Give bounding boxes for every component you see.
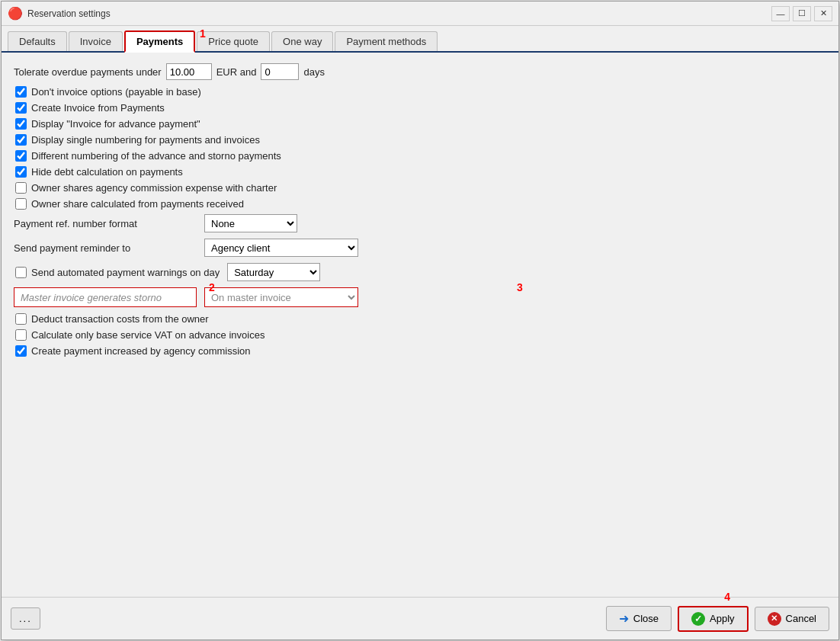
payment-ref-label: Payment ref. number format — [14, 218, 197, 229]
payment-ref-row: Payment ref. number format None Sequenti… — [14, 214, 826, 232]
reservation-settings-window: 🔴 Reservation settings — ☐ ✕ 1 Defaults … — [1, 1, 839, 640]
checkbox-row-cb1: Don't invoice options (payable in base) — [14, 86, 826, 98]
cb-warnings-checkbox[interactable] — [15, 267, 27, 278]
cb2-checkbox[interactable] — [15, 102, 27, 114]
cb7-label: Owner shares agency commission expense w… — [31, 182, 277, 194]
tabs-bar: Defaults Invoice Payments Price quote On… — [2, 26, 838, 53]
checkbox-row-cb3: Display "Invoice for advance payment" — [14, 118, 826, 130]
master-invoice-select[interactable]: On master invoice On advance invoice Nev… — [205, 288, 357, 306]
apply-check-icon: ✓ — [691, 612, 705, 626]
send-warnings-label: Send automated payment warnings on day — [31, 267, 220, 278]
close-window-button[interactable]: ✕ — [814, 6, 832, 21]
master-invoice-select-wrapper: On master invoice On advance invoice Nev… — [204, 287, 358, 307]
footer: ... 4 ➜ Close ✓ Apply ✕ Cancel — [2, 597, 838, 639]
tolerate-row: Tolerate overdue payments under EUR and … — [14, 63, 826, 80]
tab-price-quote[interactable]: Price quote — [197, 31, 270, 51]
annotation-1: 1 — [200, 27, 206, 40]
send-warnings-select[interactable]: Monday Tuesday Wednesday Thursday Friday… — [228, 264, 319, 280]
tabs-wrapper: 1 Defaults Invoice Payments Price quote … — [2, 26, 838, 53]
send-warnings-select-wrapper: Monday Tuesday Wednesday Thursday Friday… — [227, 263, 320, 281]
checkbox-row-cb7: Owner shares agency commission expense w… — [14, 182, 826, 194]
checkbox-row-cb11: Create payment increased by agency commi… — [14, 345, 826, 357]
cb9-label: Deduct transaction costs from the owner — [31, 313, 209, 325]
apply-button[interactable]: ✓ Apply — [678, 606, 749, 632]
cb2-label: Create Invoice from Payments — [31, 102, 165, 114]
tolerate-days-input[interactable] — [261, 63, 299, 80]
title-bar-controls: — ☐ ✕ — [771, 6, 832, 21]
footer-right: 4 ➜ Close ✓ Apply ✕ Cancel — [606, 606, 829, 632]
send-warnings-row: Send automated payment warnings on day M… — [14, 263, 826, 281]
checkbox-row-cb2: Create Invoice from Payments — [14, 102, 826, 114]
minimize-button[interactable]: — — [771, 6, 790, 21]
tab-one-way[interactable]: One way — [271, 31, 333, 51]
cb5-label: Different numbering of the advance and s… — [31, 150, 281, 162]
title-bar: 🔴 Reservation settings — ☐ ✕ — [2, 2, 838, 26]
annotation-4: 4 — [724, 591, 730, 603]
dots-label: ... — [19, 613, 32, 624]
eur-label: EUR and — [216, 66, 257, 78]
cb1-label: Don't invoice options (payable in base) — [31, 86, 201, 98]
checkbox-row-cb9: Deduct transaction costs from the owner — [14, 313, 826, 325]
send-reminder-label: Send payment reminder to — [14, 242, 197, 254]
checkbox-row-cb5: Different numbering of the advance and s… — [14, 150, 826, 162]
cb3-label: Display "Invoice for advance payment" — [31, 118, 200, 130]
cb1-checkbox[interactable] — [15, 86, 27, 98]
cb11-label: Create payment increased by agency commi… — [31, 345, 251, 357]
cancel-x-icon: ✕ — [768, 612, 781, 626]
checkbox-row-cb10: Calculate only base service VAT on advan… — [14, 329, 826, 341]
cb6-label: Hide debt calculation on payments — [31, 166, 183, 178]
restore-button[interactable]: ☐ — [793, 6, 811, 21]
app-icon: 🔴 — [8, 6, 23, 21]
checkbox-row-cb8: Owner share calculated from payments rec… — [14, 198, 826, 210]
cb4-checkbox[interactable] — [15, 134, 27, 146]
window-title: Reservation settings — [27, 8, 111, 19]
close-button[interactable]: ➜ Close — [606, 606, 672, 631]
content-area: Tolerate overdue payments under EUR and … — [2, 53, 838, 597]
cb-warnings-wrapper: Send automated payment warnings on day — [14, 267, 220, 278]
tolerate-label: Tolerate overdue payments under — [14, 66, 162, 78]
payment-ref-select-wrapper: None Sequential Custom — [204, 214, 297, 232]
annotation-3: 3 — [517, 281, 523, 293]
cancel-label: Cancel — [786, 613, 816, 624]
tab-invoice[interactable]: Invoice — [69, 31, 123, 51]
send-reminder-row: Send payment reminder to Agency client C… — [14, 239, 826, 257]
tab-payments[interactable]: Payments — [124, 30, 195, 53]
send-reminder-select[interactable]: Agency client Client Agency — [205, 239, 357, 256]
title-bar-left: 🔴 Reservation settings — [8, 6, 111, 21]
payment-ref-select[interactable]: None Sequential Custom — [205, 215, 297, 232]
send-reminder-select-wrapper: Agency client Client Agency — [204, 239, 358, 257]
cb9-checkbox[interactable] — [15, 313, 27, 325]
close-arrow-icon: ➜ — [619, 611, 629, 626]
days-label: days — [303, 66, 324, 78]
footer-left: ... — [11, 607, 40, 630]
cb5-checkbox[interactable] — [15, 150, 27, 162]
annotation-2: 2 — [209, 281, 215, 293]
tab-payment-methods[interactable]: Payment methods — [335, 31, 438, 51]
cb7-checkbox[interactable] — [15, 182, 27, 194]
cancel-button[interactable]: ✕ Cancel — [755, 607, 829, 631]
master-invoice-label: Master invoice generates storno — [14, 287, 197, 307]
master-invoice-row: Master invoice generates storno 2 On mas… — [14, 287, 826, 307]
cb6-checkbox[interactable] — [15, 166, 27, 178]
cb10-label: Calculate only base service VAT on advan… — [31, 329, 265, 341]
tolerate-amount-input[interactable] — [166, 63, 212, 80]
cb4-label: Display single numbering for payments an… — [31, 134, 260, 146]
cb11-checkbox[interactable] — [15, 345, 27, 357]
cb8-label: Owner share calculated from payments rec… — [31, 198, 244, 210]
apply-label: Apply — [710, 613, 735, 624]
checkbox-row-cb6: Hide debt calculation on payments — [14, 166, 826, 178]
tab-defaults[interactable]: Defaults — [8, 31, 67, 51]
cb3-checkbox[interactable] — [15, 118, 27, 130]
cb8-checkbox[interactable] — [15, 198, 27, 210]
more-options-button[interactable]: ... — [11, 607, 40, 630]
cb10-checkbox[interactable] — [15, 329, 27, 341]
checkbox-row-cb4: Display single numbering for payments an… — [14, 134, 826, 146]
close-label: Close — [633, 613, 659, 624]
